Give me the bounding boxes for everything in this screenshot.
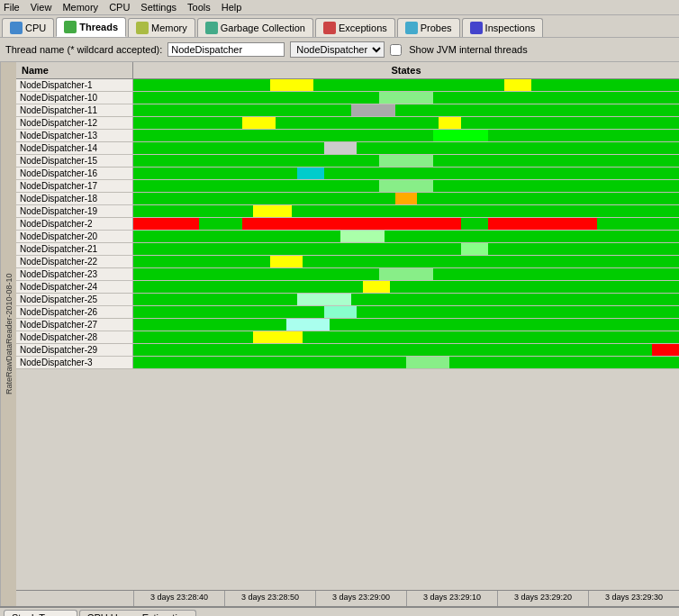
state-segment [439,117,460,129]
thread-states-cell[interactable] [133,180,679,192]
table-row[interactable]: NodeDispatcher-16 [16,168,679,180]
timeline-tick: 3 days 23:29:30 [588,591,679,606]
thread-name-cell: NodeDispatcher-13 [16,130,133,141]
gc-icon [205,22,218,34]
state-segment [133,79,270,91]
thread-states-cell[interactable] [133,168,679,179]
table-row[interactable]: NodeDispatcher-22 [16,256,679,268]
state-segment [133,117,242,129]
thread-states-cell[interactable] [133,243,679,255]
tab-memory[interactable]: Memory [128,18,195,37]
state-segment [395,193,417,204]
table-row[interactable]: NodeDispatcher-2 [16,218,679,231]
table-row[interactable]: NodeDispatcher-20 [16,231,679,243]
thread-table-header: Name States [16,62,679,79]
menu-view[interactable]: View [31,2,52,13]
thread-states-cell[interactable] [133,319,679,331]
thread-states-cell[interactable] [133,231,679,242]
table-row[interactable]: NodeDispatcher-14 [16,142,679,155]
table-row[interactable]: NodeDispatcher-29 [16,344,679,357]
table-row[interactable]: NodeDispatcher-15 [16,155,679,168]
thread-states-cell[interactable] [133,205,679,217]
table-row[interactable]: NodeDispatcher-18 [16,193,679,205]
state-segment [395,104,679,116]
thread-rows-container[interactable]: NodeDispatcher-1NodeDispatcher-10NodeDis… [16,79,679,590]
thread-filter-dropdown[interactable]: NodeDispatcher [290,41,385,58]
table-row[interactable]: NodeDispatcher-3 [16,357,679,369]
menu-cpu[interactable]: CPU [109,2,130,13]
thread-states-cell[interactable] [133,294,679,305]
table-row[interactable]: NodeDispatcher-25 [16,294,679,306]
thread-states-cell[interactable] [133,344,679,356]
state-segment [324,306,357,318]
thread-states-cell[interactable] [133,306,679,318]
menu-help[interactable]: Help [222,2,242,13]
menu-file[interactable]: File [4,2,20,13]
table-row[interactable]: NodeDispatcher-1 [16,79,679,92]
state-segment [133,155,379,167]
timeline-tick: 3 days 23:28:50 [224,591,315,606]
col-header-states: States [133,62,679,78]
state-segment [363,281,390,293]
state-segment [133,357,406,368]
thread-states-cell[interactable] [133,256,679,267]
thread-states-cell[interactable] [133,357,679,368]
state-segment [488,218,597,230]
tab-threads[interactable]: Threads [56,17,126,37]
table-row[interactable]: NodeDispatcher-23 [16,268,679,281]
thread-name-cell: NodeDispatcher-22 [16,256,133,267]
tab-probes[interactable]: Probes [397,18,460,37]
thread-states-cell[interactable] [133,268,679,280]
menu-tools[interactable]: Tools [187,2,211,13]
state-segment [297,168,324,179]
thread-states-cell[interactable] [133,155,679,167]
state-segment [357,142,679,154]
table-row[interactable]: NodeDispatcher-13 [16,130,679,142]
thread-states-cell[interactable] [133,331,679,343]
state-segment [351,294,679,305]
state-segment [133,243,461,255]
thread-states-cell[interactable] [133,281,679,293]
table-row[interactable]: NodeDispatcher-24 [16,281,679,294]
thread-states-cell[interactable] [133,193,679,204]
col-header-name: Name [16,62,133,78]
state-segment [379,180,434,192]
menu-memory[interactable]: Memory [62,2,98,13]
thread-filter-input[interactable] [167,42,285,57]
table-row[interactable]: NodeDispatcher-19 [16,205,679,218]
tab-exceptions[interactable]: Exceptions [315,18,395,37]
bottom-tab-cpu-estimation[interactable]: CPU Usage Estimation [79,610,197,616]
thread-states-cell[interactable] [133,117,679,129]
tab-inspections[interactable]: Inspections [462,18,544,37]
menu-settings[interactable]: Settings [140,2,177,13]
table-row[interactable]: NodeDispatcher-10 [16,92,679,104]
state-segment [133,104,351,116]
thread-name-cell: NodeDispatcher-1 [16,79,133,91]
state-segment [406,357,449,368]
thread-states-cell[interactable] [133,92,679,104]
thread-states-cell[interactable] [133,142,679,154]
thread-states-cell[interactable] [133,79,679,91]
state-segment [597,218,679,230]
state-segment [133,294,297,305]
table-row[interactable]: NodeDispatcher-28 [16,331,679,344]
state-segment [357,306,679,318]
state-segment [652,344,679,356]
inspections-icon [470,22,483,34]
table-row[interactable]: NodeDispatcher-26 [16,306,679,319]
thread-states-cell[interactable] [133,218,679,230]
table-row[interactable]: NodeDispatcher-21 [16,243,679,256]
table-row[interactable]: NodeDispatcher-11 [16,104,679,117]
table-row[interactable]: NodeDispatcher-27 [16,319,679,331]
state-segment [330,319,679,331]
tab-gc[interactable]: Garbage Collection [197,18,313,37]
tab-cpu[interactable]: CPU [2,18,54,37]
state-segment [133,180,379,192]
thread-states-cell[interactable] [133,104,679,116]
table-row[interactable]: NodeDispatcher-12 [16,117,679,130]
bottom-tab-stack-traces[interactable]: Stack Traces [4,610,77,616]
table-row[interactable]: NodeDispatcher-17 [16,180,679,193]
jvm-internal-checkbox[interactable] [390,44,402,56]
thread-name-cell: NodeDispatcher-18 [16,193,133,204]
thread-states-cell[interactable] [133,130,679,141]
